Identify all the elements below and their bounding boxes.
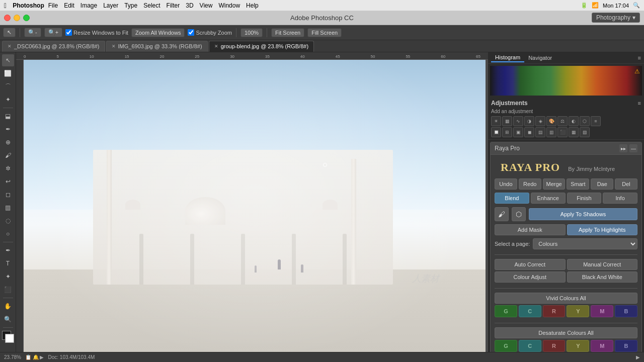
tool-blur[interactable]: ◌ xyxy=(2,215,14,227)
adj-selectivecolor[interactable]: ▤ xyxy=(535,127,545,137)
tool-crop[interactable]: ⬓ xyxy=(2,110,14,122)
workspace-selector[interactable]: Photography ▾ xyxy=(592,13,640,23)
menu-window[interactable]: Window xyxy=(218,2,240,9)
menu-layer[interactable]: Layer xyxy=(103,2,118,9)
raya-vivid-all-btn[interactable]: Vivid Colours All xyxy=(495,293,637,304)
menu-edit[interactable]: Edit xyxy=(64,2,74,9)
histogram-menu[interactable]: ≡ xyxy=(638,55,641,61)
raya-dae-btn[interactable]: Dae xyxy=(591,178,613,190)
raya-desat-y[interactable]: Y xyxy=(567,340,589,352)
zoom-level-btn[interactable]: 100% xyxy=(240,28,263,37)
tool-eraser[interactable]: ◻ xyxy=(2,189,14,201)
raya-vivid-y[interactable]: Y xyxy=(567,305,589,317)
adj-menu[interactable]: ≡ xyxy=(638,100,641,106)
adj-posterize[interactable]: ▣ xyxy=(513,127,523,137)
menu-view[interactable]: View xyxy=(200,2,213,9)
tool-lasso[interactable]: ⌒ xyxy=(2,80,14,93)
adj-pattern-fill[interactable]: ▧ xyxy=(580,127,590,137)
raya-manual-correct-btn[interactable]: Manual Correct xyxy=(567,259,638,270)
tab-3[interactable]: ✕ group-blend.jpg @ 23.8% (RGB/8#) xyxy=(209,41,314,52)
adj-vibrance[interactable]: ◈ xyxy=(535,116,545,126)
tab-close-1[interactable]: ✕ xyxy=(8,44,12,49)
tool-path[interactable]: ✦ xyxy=(2,270,14,283)
zoom-all-btn[interactable]: Zoom All Windows xyxy=(131,28,185,37)
adj-channelmix[interactable]: ≡ xyxy=(591,116,601,126)
canvas-area[interactable]: 05101520253035404550556065 0510152025303… xyxy=(16,52,488,362)
tab-close-2[interactable]: ✕ xyxy=(112,44,116,49)
raya-redo-btn[interactable]: Redo xyxy=(519,178,541,190)
adj-gradient-map[interactable]: ▥ xyxy=(546,127,556,137)
adj-colorbalance[interactable]: ⚖ xyxy=(557,116,568,126)
zoom-in-btn[interactable]: 🔍+ xyxy=(44,28,62,37)
tool-text[interactable]: T xyxy=(2,257,14,269)
adj-curves[interactable]: ∿ xyxy=(513,116,523,126)
tool-clone[interactable]: ✲ xyxy=(2,162,14,174)
adj-brightness[interactable]: ☀ xyxy=(491,116,501,126)
raya-vivid-r[interactable]: R xyxy=(543,305,566,317)
zoom-out-btn[interactable]: 🔍- xyxy=(24,28,41,37)
raya-desat-r[interactable]: R xyxy=(543,340,566,352)
adj-exposure[interactable]: ◑ xyxy=(524,116,534,126)
tool-eyedropper[interactable]: ✒ xyxy=(2,123,14,135)
fit-screen-btn[interactable]: Fit Screen xyxy=(271,28,304,37)
raya-del-btn[interactable]: Del xyxy=(615,178,637,190)
tool-zoom[interactable]: 🔍 xyxy=(2,313,14,325)
scrubby-zoom-input[interactable] xyxy=(188,29,194,36)
raya-desat-all-btn[interactable]: Desaturate Colours All xyxy=(495,327,637,338)
menu-help[interactable]: Help xyxy=(246,2,259,9)
tool-move-btn[interactable]: ↖ xyxy=(2,54,14,66)
close-button[interactable] xyxy=(4,15,11,21)
raya-brush-icon-btn[interactable]: 🖌 xyxy=(495,207,509,221)
menu-select[interactable]: Select xyxy=(143,2,160,9)
histogram-tab[interactable]: Histogram xyxy=(491,53,524,62)
menu-type[interactable]: Type xyxy=(124,2,137,9)
tool-gradient[interactable]: ▥ xyxy=(2,202,14,214)
raya-menu-btn[interactable]: — xyxy=(629,144,637,152)
tool-brush[interactable]: 🖌 xyxy=(2,149,14,161)
raya-desat-m[interactable]: M xyxy=(591,340,613,352)
tool-move[interactable]: ↖ xyxy=(3,28,16,37)
raya-merge-btn[interactable]: Merge xyxy=(543,178,566,190)
raya-expand-btn[interactable]: ▸▸ xyxy=(619,144,627,152)
tool-heal[interactable]: ⊕ xyxy=(2,136,14,148)
raya-blend-btn[interactable]: Blend xyxy=(495,193,529,204)
adj-hsl[interactable]: 🎨 xyxy=(546,116,556,126)
menu-image[interactable]: Image xyxy=(80,2,97,9)
tab-close-3[interactable]: ✕ xyxy=(214,44,218,49)
tool-hand[interactable]: ✋ xyxy=(2,300,14,312)
raya-finish-btn[interactable]: Finish xyxy=(567,193,602,204)
raya-apply-highlights-btn[interactable]: Apply To Highlights xyxy=(567,224,638,235)
adj-colorlookup[interactable]: 🔲 xyxy=(491,127,501,137)
resize-windows-check[interactable]: Resize Windows to Fit xyxy=(65,29,128,36)
tool-wand[interactable]: ✦ xyxy=(2,94,14,106)
resize-windows-input[interactable] xyxy=(65,29,72,36)
navigator-tab[interactable]: Navigator xyxy=(524,54,556,62)
apple-menu[interactable]:  xyxy=(4,2,7,10)
raya-page-select[interactable]: Colours xyxy=(533,238,637,249)
adj-photofilt[interactable]: ⬡ xyxy=(580,116,590,126)
adj-levels[interactable]: ▦ xyxy=(502,116,512,126)
raya-undo-btn[interactable]: Undo xyxy=(495,178,517,190)
raya-vivid-m[interactable]: M xyxy=(591,305,613,317)
raya-vivid-b[interactable]: B xyxy=(615,305,637,317)
tool-marquee-rect[interactable]: ⬜ xyxy=(2,67,14,79)
raya-desat-g[interactable]: G xyxy=(495,340,517,352)
raya-colour-adjust-btn[interactable]: Colour Adjust xyxy=(495,272,566,283)
adj-blackwhite[interactable]: ◐ xyxy=(569,116,579,126)
tool-dodge[interactable]: ○ xyxy=(2,228,14,240)
fill-screen-btn[interactable]: Fill Screen xyxy=(307,28,342,37)
raya-apply-shadows-btn[interactable]: Apply To Shadows xyxy=(529,208,637,220)
adj-threshold[interactable]: ◼ xyxy=(524,127,534,137)
raya-bw-btn[interactable]: Black And White xyxy=(567,272,638,283)
scrubby-zoom-check[interactable]: Scrubby Zoom xyxy=(188,29,232,36)
menu-file[interactable]: File xyxy=(48,2,58,9)
raya-smart-btn[interactable]: Smart xyxy=(567,178,589,190)
raya-auto-correct-btn[interactable]: Auto Correct xyxy=(495,259,566,270)
raya-desat-c[interactable]: C xyxy=(519,340,541,352)
raya-info-btn[interactable]: Info xyxy=(603,193,637,204)
raya-vivid-c[interactable]: C xyxy=(519,305,541,317)
adj-invert[interactable]: ⊞ xyxy=(502,127,512,137)
raya-desat-b[interactable]: B xyxy=(615,340,637,352)
tab-1[interactable]: ✕ _DSC0663.jpg @ 23.8% (RGB/8#) xyxy=(2,41,105,52)
raya-enhance-btn[interactable]: Enhance xyxy=(531,193,566,204)
